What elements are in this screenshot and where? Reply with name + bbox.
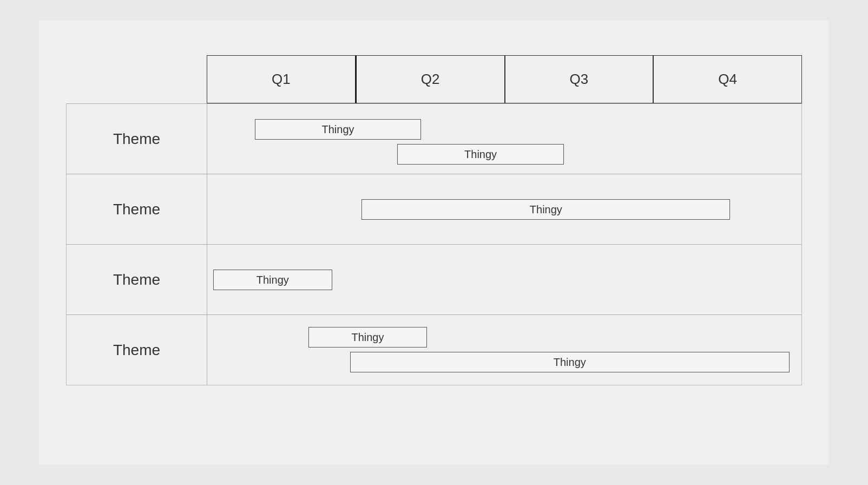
thingy-bar: Thingy xyxy=(255,119,421,140)
theme-label: Theme xyxy=(67,104,207,174)
theme-row: ThemeThingy xyxy=(67,244,801,314)
theme-row: ThemeThingyThingy xyxy=(67,103,801,174)
thingy-bar: Thingy xyxy=(308,327,428,348)
theme-label: Theme xyxy=(67,174,207,244)
thingy-bar: Thingy xyxy=(213,270,332,290)
theme-label: Theme xyxy=(67,245,207,314)
thingy-bar: Thingy xyxy=(350,352,790,372)
quarter-header-q4: Q4 xyxy=(653,55,802,103)
theme-content: ThingyThingy xyxy=(207,104,801,174)
theme-row: ThemeThingy xyxy=(67,174,801,244)
quarter-header-q3: Q3 xyxy=(505,55,654,103)
theme-content: Thingy xyxy=(207,174,801,244)
body-table: ThemeThingyThingyThemeThingyThemeThingyT… xyxy=(66,103,802,385)
theme-content: ThingyThingy xyxy=(207,315,801,385)
header-row: Q1Q2Q3Q4 xyxy=(207,55,802,103)
quarter-header-q1: Q1 xyxy=(207,55,356,103)
theme-label: Theme xyxy=(67,315,207,385)
thingy-bar: Thingy xyxy=(397,144,563,165)
theme-row: ThemeThingyThingy xyxy=(67,314,801,385)
quarter-header-q2: Q2 xyxy=(356,55,505,103)
slide: Q1Q2Q3Q4 ThemeThingyThingyThemeThingyThe… xyxy=(39,21,829,464)
thingy-bar: Thingy xyxy=(361,199,730,220)
theme-content: Thingy xyxy=(207,245,801,314)
